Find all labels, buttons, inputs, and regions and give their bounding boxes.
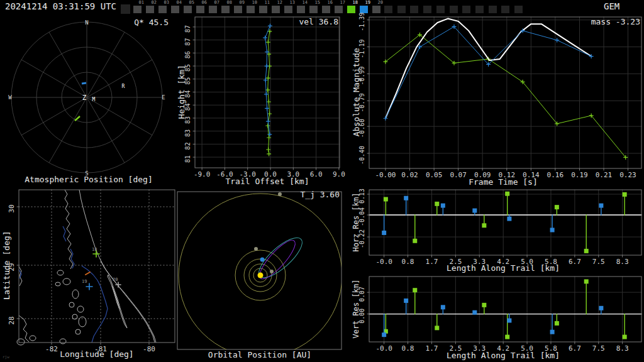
svg-text:E: E bbox=[162, 94, 165, 101]
svg-text:R: R bbox=[122, 84, 125, 89]
horz-res-x-axis-label: Length Along Trail [km] bbox=[440, 264, 566, 273]
trail-y-axis-label: Height [km] bbox=[177, 60, 186, 123]
mass-value: mass -3.23 bbox=[514, 18, 640, 26]
svg-text:0.21: 0.21 bbox=[596, 171, 613, 179]
watermark: rjw bbox=[3, 355, 9, 359]
svg-text:0.8: 0.8 bbox=[402, 258, 414, 266]
svg-text:-0.0: -0.0 bbox=[375, 344, 392, 353]
map-y-axis-label: Latitude [deg] bbox=[3, 231, 11, 300]
svg-text:1.7: 1.7 bbox=[426, 258, 438, 266]
chart-trail: -9.0-6.0-3.00.03.06.09.08787868585848483… bbox=[184, 17, 345, 178]
svg-text:83: 83 bbox=[184, 129, 191, 137]
svg-text:6.7: 6.7 bbox=[569, 344, 581, 353]
chart-magnitude: -0.000.020.050.070.090.120.140.160.190.2… bbox=[358, 13, 641, 179]
atmospheric-caption: Atmospheric Position [deg] bbox=[6, 175, 171, 184]
svg-text:-0.40: -0.40 bbox=[358, 146, 365, 165]
chart-vert_res: -0.00.81.72.53.34.25.05.86.77.58.30.070.… bbox=[358, 277, 641, 353]
orbit-caption: Orbital Position [AU] bbox=[178, 351, 341, 359]
chart-map: -82-81-80302928181920 bbox=[8, 190, 175, 353]
svg-text:W: W bbox=[8, 94, 12, 101]
meteor-dashboard: 20241214 03:31:59 UTC 010203040506070809… bbox=[0, 0, 644, 362]
svg-text:0.19: 0.19 bbox=[571, 171, 588, 179]
velocity-value: vel 36.8 bbox=[253, 18, 338, 26]
svg-text:30: 30 bbox=[8, 204, 16, 212]
svg-text:87: 87 bbox=[184, 38, 191, 46]
svg-text:8.3: 8.3 bbox=[616, 344, 629, 353]
svg-text:-0.0: -0.0 bbox=[375, 258, 392, 266]
svg-text:81: 81 bbox=[184, 155, 191, 163]
q-value: Q* 45.5 bbox=[106, 18, 169, 27]
svg-text:0.23: 0.23 bbox=[619, 171, 636, 179]
svg-text:0.8: 0.8 bbox=[402, 344, 414, 353]
svg-text:0.02: 0.02 bbox=[401, 171, 418, 179]
svg-text:87: 87 bbox=[184, 25, 191, 33]
magnitude-x-axis-label: Frame Time [s] bbox=[440, 178, 566, 187]
svg-text:7.5: 7.5 bbox=[592, 258, 605, 266]
map-x-axis-label: Longitude [deg] bbox=[34, 350, 160, 359]
svg-text:7.5: 7.5 bbox=[592, 344, 605, 353]
chart-atmospheric: NESWZMR bbox=[8, 19, 165, 177]
svg-text:20: 20 bbox=[113, 277, 118, 282]
svg-text:-1.39: -1.39 bbox=[358, 13, 365, 31]
svg-text:19: 19 bbox=[82, 279, 87, 284]
svg-text:8.3: 8.3 bbox=[616, 258, 629, 266]
svg-text:28: 28 bbox=[8, 316, 16, 324]
svg-text:6.7: 6.7 bbox=[569, 258, 581, 266]
tisserand-value: T_j 3.60 bbox=[239, 190, 340, 199]
chart-horz_res: -0.00.81.72.53.34.25.05.86.77.58.30.13-0… bbox=[358, 189, 641, 266]
svg-text:N: N bbox=[85, 19, 88, 26]
svg-text:1.7: 1.7 bbox=[426, 344, 438, 353]
svg-text:-0.00: -0.00 bbox=[375, 171, 396, 179]
svg-text:9.0: 9.0 bbox=[333, 170, 345, 178]
svg-text:Z: Z bbox=[82, 94, 87, 102]
horz-res-y-axis-label: Horz Res [km] bbox=[352, 188, 360, 257]
trail-x-axis-label: Trail Offset [km] bbox=[204, 177, 330, 186]
svg-text:18: 18 bbox=[92, 247, 97, 252]
vert-res-y-axis-label: Vert Res [km] bbox=[352, 275, 360, 344]
magnitude-y-axis-label: Absolute Magnitude bbox=[352, 48, 361, 136]
svg-text:86: 86 bbox=[184, 51, 191, 58]
vert-res-x-axis-label: Length Along Trail [km] bbox=[440, 351, 566, 360]
svg-text:82: 82 bbox=[184, 142, 191, 150]
chart-orbit bbox=[177, 192, 342, 357]
svg-text:M: M bbox=[92, 97, 96, 102]
